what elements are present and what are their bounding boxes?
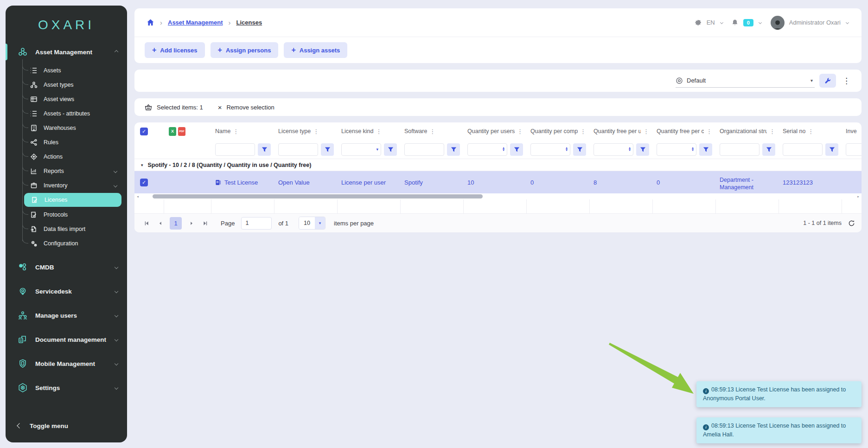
column-header-inventory[interactable]: Inve bbox=[846, 128, 857, 134]
filter-input-serial-no[interactable] bbox=[783, 144, 822, 155]
column-header-quantity-per-users[interactable]: Quantity per users bbox=[467, 128, 515, 134]
sidebar-section-document-management[interactable]: Document management bbox=[6, 329, 127, 350]
column-header-quantity-per-computers[interactable]: Quantity per comp... bbox=[530, 128, 578, 134]
column-header-serial-no[interactable]: Serial no bbox=[783, 128, 805, 134]
column-menu-icon[interactable]: ⋮ bbox=[580, 128, 586, 135]
home-icon[interactable] bbox=[147, 19, 154, 26]
spinner-down-icon[interactable]: ▾ bbox=[566, 149, 568, 152]
sidebar-item-inventory[interactable]: Inventory bbox=[6, 178, 127, 192]
filter-input-inventory[interactable] bbox=[846, 144, 862, 155]
pdf-export-icon[interactable]: PDF bbox=[178, 127, 185, 136]
page-number-input[interactable] bbox=[241, 217, 272, 230]
gear-icon[interactable] bbox=[694, 19, 702, 26]
assign-persons-button[interactable]: + Assign persons bbox=[211, 42, 279, 58]
filter-input-organizational-structure[interactable] bbox=[720, 144, 759, 155]
horizontal-scrollbar[interactable]: ◂ ▸ bbox=[134, 193, 862, 199]
last-page-button[interactable] bbox=[200, 218, 211, 228]
filter-select-license-kind[interactable] bbox=[342, 144, 381, 155]
scroll-left-icon[interactable]: ◂ bbox=[136, 195, 140, 198]
sidebar-section-mobile-management[interactable]: Mobile Management bbox=[6, 353, 127, 374]
scrollbar-track[interactable] bbox=[140, 194, 855, 198]
group-header-row[interactable]: ▾ Spotify - 10 / 2 / 8 (Quantity / Quant… bbox=[134, 159, 862, 171]
add-licenses-button[interactable]: + Add licenses bbox=[145, 42, 205, 58]
language-selector[interactable]: EN bbox=[707, 19, 715, 26]
row-checkbox[interactable]: ✓ bbox=[140, 179, 148, 186]
column-menu-icon[interactable]: ⋮ bbox=[429, 128, 435, 135]
column-header-license-type[interactable]: License type bbox=[278, 128, 311, 134]
basket-icon bbox=[145, 104, 152, 111]
column-menu-icon[interactable]: ⋮ bbox=[517, 128, 523, 135]
filter-number-quantity-per-computers[interactable] bbox=[531, 144, 570, 155]
column-header-organizational-structure[interactable]: Organizational stru... bbox=[720, 128, 767, 134]
column-menu-icon[interactable]: ⋮ bbox=[706, 128, 712, 135]
filter-input-software[interactable] bbox=[405, 144, 444, 155]
column-header-quantity-free-per-users[interactable]: Quantity free per u... bbox=[594, 128, 641, 134]
chevron-down-icon[interactable] bbox=[846, 21, 849, 24]
sidebar-section-settings[interactable]: Settings bbox=[6, 378, 127, 398]
more-options-button[interactable]: ⋮ bbox=[841, 76, 852, 86]
select-all-checkbox[interactable]: ✓ bbox=[140, 128, 148, 135]
next-page-button[interactable] bbox=[186, 218, 197, 228]
items-per-page-select[interactable]: 10 ▾ bbox=[299, 217, 326, 230]
sidebar-item-licenses[interactable]: Licenses bbox=[24, 193, 121, 207]
remove-selection-button[interactable]: × Remove selection bbox=[218, 103, 274, 111]
breadcrumb-link-asset-management[interactable]: Asset Management bbox=[168, 19, 223, 26]
avatar[interactable] bbox=[771, 16, 785, 30]
excel-export-icon[interactable]: X bbox=[169, 127, 176, 136]
column-menu-icon[interactable]: ⋮ bbox=[233, 128, 239, 135]
spinner-down-icon[interactable]: ▾ bbox=[503, 149, 504, 152]
column-menu-icon[interactable]: ⋮ bbox=[313, 128, 319, 135]
previous-page-button[interactable] bbox=[155, 218, 165, 228]
scrollbar-thumb[interactable] bbox=[153, 194, 483, 198]
notification-badge[interactable]: 0 bbox=[743, 19, 753, 26]
cell-name[interactable]: Test License bbox=[224, 179, 258, 186]
filter-funnel-button[interactable] bbox=[447, 143, 460, 156]
column-header-software[interactable]: Software bbox=[404, 128, 427, 134]
sidebar-item-configuration[interactable]: Configuration bbox=[6, 236, 127, 250]
column-menu-icon[interactable]: ⋮ bbox=[769, 128, 775, 135]
filter-funnel-button[interactable] bbox=[510, 143, 523, 156]
filter-funnel-button[interactable] bbox=[321, 143, 334, 156]
refresh-icon[interactable] bbox=[848, 220, 855, 227]
assign-assets-button[interactable]: + Assign assets bbox=[284, 42, 347, 58]
scroll-right-icon[interactable]: ▸ bbox=[856, 195, 860, 198]
column-header-name[interactable]: Name bbox=[215, 128, 230, 134]
filter-number-quantity-free-per-users[interactable] bbox=[594, 144, 633, 155]
first-page-button[interactable] bbox=[141, 218, 151, 228]
breadcrumb-current-licenses[interactable]: Licenses bbox=[236, 19, 262, 26]
filter-funnel-button[interactable] bbox=[258, 143, 271, 156]
sidebar-section-servicedesk[interactable]: Servicedesk bbox=[6, 281, 127, 301]
bell-icon[interactable] bbox=[731, 19, 739, 26]
filter-funnel-button[interactable] bbox=[573, 143, 586, 156]
toast-notification[interactable]: i08:59:13 License Test License has been … bbox=[696, 381, 862, 407]
column-menu-icon[interactable]: ⋮ bbox=[643, 128, 649, 135]
caret-down-icon[interactable]: ▾ bbox=[376, 147, 378, 152]
column-menu-icon[interactable]: ⋮ bbox=[376, 128, 382, 135]
view-dropdown[interactable]: Default ▾ bbox=[676, 74, 815, 88]
filter-input-license-type[interactable] bbox=[279, 144, 318, 155]
filter-funnel-button[interactable] bbox=[384, 143, 397, 156]
filter-funnel-button[interactable] bbox=[762, 143, 775, 156]
user-menu[interactable]: Administrator Oxari bbox=[789, 19, 841, 26]
table-row[interactable]: ✓ Test License Open Value License per us… bbox=[134, 171, 862, 193]
sidebar-section-manage-users[interactable]: Manage users bbox=[6, 305, 127, 326]
spinner-down-icon[interactable]: ▾ bbox=[629, 149, 631, 152]
collapse-group-icon[interactable]: ▾ bbox=[141, 163, 143, 167]
chevron-down-icon[interactable] bbox=[759, 21, 762, 24]
spinner-down-icon[interactable]: ▾ bbox=[692, 149, 694, 152]
filter-number-quantity-per-users[interactable] bbox=[468, 144, 507, 155]
filter-funnel-button[interactable] bbox=[699, 143, 712, 156]
column-menu-icon[interactable]: ⋮ bbox=[808, 128, 814, 135]
filter-funnel-button[interactable] bbox=[636, 143, 649, 156]
chevron-down-icon[interactable] bbox=[720, 21, 723, 24]
view-settings-button[interactable] bbox=[819, 74, 836, 88]
current-page-button[interactable]: 1 bbox=[170, 217, 182, 230]
filter-number-quantity-free-per-computers[interactable] bbox=[657, 144, 696, 155]
column-header-quantity-free-per-computers[interactable]: Quantity free per c... bbox=[657, 128, 704, 134]
toggle-menu-button[interactable]: Toggle menu bbox=[6, 416, 127, 435]
filter-funnel-button[interactable] bbox=[825, 143, 838, 156]
filter-input-name[interactable] bbox=[216, 144, 255, 155]
sidebar-section-cmdb[interactable]: CMDB bbox=[6, 257, 127, 277]
toast-notification[interactable]: i08:59:13 License Test License has been … bbox=[696, 417, 862, 443]
column-header-license-kind[interactable]: License kind bbox=[341, 128, 374, 134]
